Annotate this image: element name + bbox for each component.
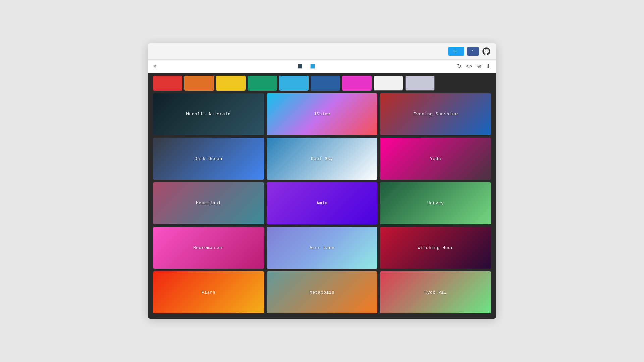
filter-green[interactable] — [248, 76, 277, 90]
filter-orange[interactable] — [184, 76, 214, 90]
gradient-card[interactable]: JShine — [267, 93, 378, 135]
gradient-card[interactable]: Azur Lane — [267, 227, 378, 269]
color-to-swatch — [310, 64, 315, 69]
gradient-card[interactable]: Flare — [153, 272, 264, 313]
gradient-card-label: Memariani — [196, 201, 221, 206]
filter-yellow[interactable] — [216, 76, 246, 90]
gradient-card-label: Kyoo Pal — [424, 290, 446, 295]
gradient-card[interactable]: Witching Hour — [380, 227, 491, 269]
gradient-card[interactable]: Amin — [267, 182, 378, 224]
filter-pink[interactable] — [342, 76, 372, 90]
browser-window: 🐦 f ✕ ↻ <> ⊕ ⬇ — [148, 43, 496, 319]
filter-blue[interactable] — [311, 76, 340, 90]
gradient-card[interactable]: Memariani — [153, 182, 264, 224]
add-button[interactable]: ⊕ — [476, 62, 482, 70]
show-all-gradients-button[interactable]: ✕ — [153, 64, 159, 69]
gradient-card[interactable]: Dark Ocean — [153, 138, 264, 180]
share-facebook-button[interactable]: f — [467, 47, 479, 56]
top-bar: 🐦 f — [148, 43, 496, 60]
gradient-card-label: Moonlit Asteroid — [186, 112, 231, 117]
gradient-card[interactable]: Evening Sunshine — [380, 93, 491, 135]
share-twitter-button[interactable]: 🐦 — [448, 47, 464, 56]
gradient-card-label: Neuromancer — [193, 245, 224, 250]
filter-white[interactable] — [374, 76, 403, 90]
gradient-card-label: Amin — [316, 201, 327, 206]
gradient-card[interactable]: Moonlit Asteroid — [153, 93, 264, 135]
gradient-card-label: Azur Lane — [310, 245, 335, 250]
gradient-card-label: Cool Sky — [311, 156, 333, 161]
gradient-card[interactable]: Harvey — [380, 182, 491, 224]
top-actions: 🐦 f — [448, 47, 491, 56]
gradient-card[interactable]: Yoda — [380, 138, 491, 180]
gradient-card[interactable]: Cool Sky — [267, 138, 378, 180]
gradient-card-label: Witching Hour — [418, 245, 454, 250]
gradient-card-label: JShine — [314, 112, 330, 117]
gradient-card-label: Flare — [202, 290, 216, 295]
gradient-card[interactable]: Kyoo Pal — [380, 272, 491, 313]
gradient-grid: Moonlit AsteroidJShineEvening SunshineDa… — [148, 93, 496, 319]
gradient-card-label: Evening Sunshine — [413, 112, 458, 117]
gradient-card-label: Metapolis — [310, 290, 335, 295]
gradient-card[interactable]: Neuromancer — [153, 227, 264, 269]
url-bar: ✕ ↻ <> ⊕ ⬇ — [148, 60, 496, 73]
code-button[interactable]: <> — [465, 63, 473, 70]
gradient-card-label: Harvey — [427, 201, 444, 206]
filter-light-gray[interactable] — [405, 76, 435, 90]
twitter-icon: 🐦 — [453, 49, 458, 54]
download-button[interactable]: ⬇ — [485, 62, 491, 70]
filter-dark[interactable] — [437, 76, 466, 90]
color-from-swatch — [298, 64, 302, 69]
gradient-card[interactable]: Metapolis — [267, 272, 378, 313]
gradient-card-label: Yoda — [430, 156, 441, 161]
close-icon: ✕ — [153, 64, 157, 69]
filter-bar — [148, 73, 496, 93]
gradient-card-label: Dark Ocean — [195, 156, 222, 161]
filter-cyan[interactable] — [279, 76, 309, 90]
refresh-button[interactable]: ↻ — [456, 62, 462, 70]
color-info — [298, 64, 318, 69]
facebook-icon: f — [472, 49, 473, 54]
url-actions: ↻ <> ⊕ ⬇ — [456, 62, 491, 70]
github-icon[interactable] — [482, 47, 491, 56]
filter-red[interactable] — [153, 76, 182, 90]
